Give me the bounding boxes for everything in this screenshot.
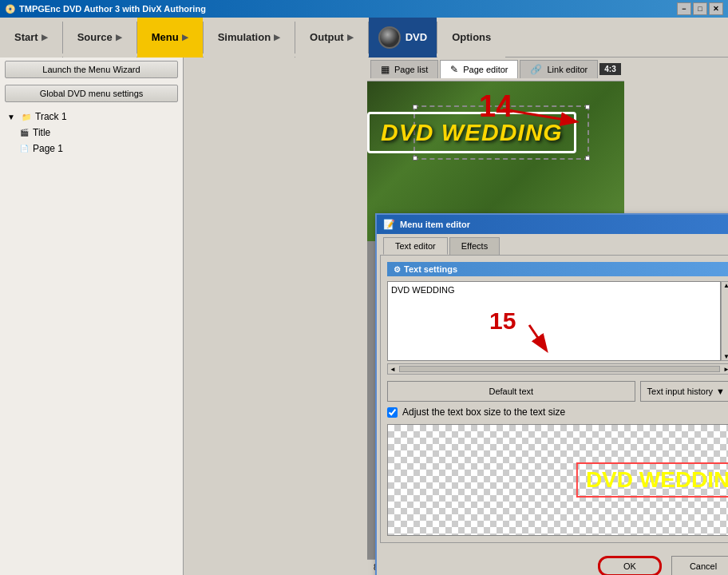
handle-tr[interactable]	[585, 105, 590, 109]
horizontal-scrollbar[interactable]: ◄ ►	[387, 363, 728, 375]
sim-arrow-icon: ▶	[274, 33, 280, 42]
minimize-btn[interactable]: −	[677, 2, 691, 15]
nav-options[interactable]: Options	[437, 18, 505, 58]
checkbox-row: Adjust the text box size to the text siz…	[387, 406, 728, 418]
start-arrow-icon: ▶	[42, 33, 48, 42]
adjust-textbox-checkbox[interactable]	[387, 407, 398, 418]
title-bar: 📀 TMPGEnc DVD Author 3 with DivX Authori…	[0, 0, 728, 18]
scrollbar-thumb[interactable]	[399, 366, 720, 372]
aspect-ratio-badge: 4:3	[599, 63, 620, 75]
source-arrow-icon: ▶	[116, 33, 122, 42]
tree-title-label: Title	[33, 127, 50, 138]
dvd-btn[interactable]: DVD	[369, 18, 437, 58]
dialog-tabs: Text editor Effects	[377, 234, 728, 255]
text-settings-header: ⚙ Text settings	[387, 262, 728, 276]
maximize-btn[interactable]: □	[693, 2, 707, 15]
tab-page-list[interactable]: ▦ Page list	[370, 60, 438, 78]
cancel-button[interactable]: Cancel	[671, 556, 728, 575]
dialog-actions: OK Cancel	[377, 551, 728, 575]
menu-item-editor-dialog: 📝 Menu item editor − □ ✕ Text editor Eff…	[375, 213, 728, 575]
menu-arrow-icon: ▶	[182, 33, 188, 42]
preview-text: DVD WEDDING	[576, 462, 728, 498]
output-arrow-icon: ▶	[347, 33, 354, 42]
scroll-left-icon[interactable]: ◄	[390, 366, 396, 373]
handle-tl[interactable]	[413, 105, 417, 109]
nav-menu[interactable]: Menu ▶	[137, 18, 203, 58]
page-editor-icon: ✎	[450, 64, 458, 75]
dialog-tab-effects[interactable]: Effects	[449, 237, 500, 255]
vertical-scrollbar[interactable]: ▲ ▼	[721, 281, 728, 361]
nav-source[interactable]: Source ▶	[63, 18, 136, 58]
default-text-btn[interactable]: Default text	[387, 381, 635, 402]
main-content: ▦ Page list ✎ Page editor 🔗 Link editor …	[367, 58, 624, 575]
body-area: Launch the Menu Wizard Global DVD menu s…	[0, 58, 728, 575]
tree-view: ▼ 📁 Track 1 🎬 Title 📄 Page 1	[0, 105, 183, 575]
dialog-title-text: Menu item editor	[400, 220, 470, 229]
tree-title-icon: 🎬	[18, 126, 30, 139]
nav-output[interactable]: Output ▶	[295, 18, 368, 58]
text-input-history-btn[interactable]: Text input history ▼	[640, 381, 728, 402]
text-edit-wrapper: DVD WEDDING ▲ ▼	[387, 281, 728, 363]
tab-link-editor[interactable]: 🔗 Link editor	[520, 60, 598, 78]
dialog-title-bar: 📝 Menu item editor − □ ✕	[377, 215, 728, 234]
tab-page-editor[interactable]: ✎ Page editor	[440, 60, 518, 78]
scroll-up-icon[interactable]: ▲	[723, 282, 728, 289]
link-editor-icon: 🔗	[530, 64, 542, 75]
preview-area: DVD WEDDING 16	[387, 424, 728, 536]
tree-track-label: Track 1	[35, 111, 67, 122]
scroll-down-icon[interactable]: ▼	[723, 353, 728, 360]
app-title: TMPGEnc DVD Author 3 with DivX Authoring	[19, 4, 206, 14]
page-list-icon: ▦	[381, 64, 390, 75]
left-panel: Launch the Menu Wizard Global DVD menu s…	[0, 58, 184, 575]
dialog-body: ⚙ Text settings viếu tiêu đề DVD WEDDING	[380, 255, 728, 543]
tree-page1[interactable]: 📄 Page 1	[18, 141, 178, 157]
tree-children: 🎬 Title 📄 Page 1	[5, 125, 178, 157]
scroll-right-icon[interactable]: ►	[723, 366, 728, 373]
global-settings-btn[interactable]: Global DVD menu settings	[5, 85, 178, 102]
ok-button[interactable]: OK	[598, 556, 662, 575]
handle-br[interactable]	[585, 156, 590, 161]
dvd-icon	[378, 26, 401, 49]
tree-folder-icon: 📁	[20, 110, 33, 123]
handle-bl[interactable]	[413, 156, 417, 161]
tree-title[interactable]: 🎬 Title	[18, 125, 178, 141]
adjust-textbox-label: Adjust the text box size to the text siz…	[402, 406, 565, 418]
main-toolbar: Start ▶ Source ▶ Menu ▶ Simulation ▶ Out…	[0, 18, 728, 58]
nav-start[interactable]: Start ▶	[0, 18, 62, 58]
dialog-tab-text-editor[interactable]: Text editor	[383, 237, 448, 255]
tree-collapse-icon: ▼	[5, 110, 18, 123]
dialog-title-icon: 📝	[383, 219, 395, 230]
text-input-area[interactable]: DVD WEDDING	[387, 281, 721, 361]
close-btn[interactable]: ✕	[709, 2, 723, 15]
text-buttons-row: Default text Text input history ▼	[387, 381, 728, 402]
app-icon: 📀	[5, 4, 16, 14]
dvd-wedding-overlay[interactable]: DVD WEDDING	[367, 112, 576, 153]
text-area-col: viếu tiêu đề DVD WEDDING ▲ ▼ ◄	[387, 281, 728, 418]
launch-wizard-btn[interactable]: Launch the Menu Wizard	[5, 61, 178, 78]
two-col-layout: viếu tiêu đề DVD WEDDING ▲ ▼ ◄	[387, 281, 728, 418]
content-tabs-bar: ▦ Page list ✎ Page editor 🔗 Link editor …	[367, 58, 624, 81]
tree-page-icon: 📄	[18, 142, 30, 155]
section-icon: ⚙	[394, 265, 401, 274]
tree-page-label: Page 1	[33, 143, 63, 154]
dvd-label: DVD	[406, 31, 427, 43]
nav-simulation[interactable]: Simulation ▶	[204, 18, 295, 58]
history-dropdown-icon: ▼	[716, 387, 725, 396]
tree-track[interactable]: ▼ 📁 Track 1	[5, 109, 178, 125]
